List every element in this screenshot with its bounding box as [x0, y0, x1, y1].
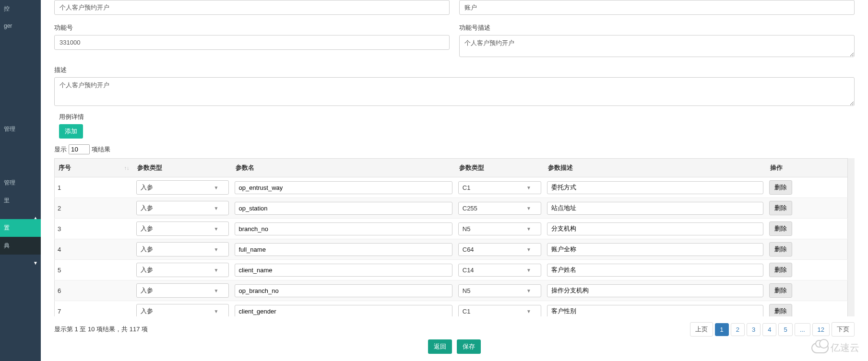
result-info: 显示第 1 至 10 项结果，共 117 项 — [54, 325, 148, 334]
sidebar-item-1[interactable]: ger — [0, 18, 41, 34]
form-col-desc: 描述 — [54, 62, 855, 106]
sidebar-item-3[interactable]: 管理 — [0, 174, 41, 192]
param-name-input[interactable] — [235, 284, 452, 297]
caret-down-icon: ▼ — [214, 247, 219, 252]
caret-down-icon: ▼ — [526, 247, 531, 252]
data-type-select[interactable]: C64▼ — [458, 243, 541, 256]
page-ellipsis[interactable]: ... — [795, 323, 810, 336]
delete-button[interactable]: 删除 — [769, 180, 792, 195]
sidebar-item-collapse[interactable]: ▲ — [0, 210, 41, 219]
page-3-button[interactable]: 3 — [747, 323, 761, 336]
param-desc-input[interactable] — [547, 264, 763, 277]
data-type-select[interactable]: C255▼ — [458, 202, 541, 215]
funcno-input[interactable] — [54, 35, 450, 50]
data-type-select[interactable]: C14▼ — [458, 264, 541, 277]
param-type-select[interactable]: 入参▼ — [136, 242, 229, 256]
caret-down-icon: ▼ — [526, 226, 531, 232]
chevron-down-icon: ▼ — [33, 260, 38, 266]
param-desc-input[interactable] — [547, 243, 763, 256]
th-dtype[interactable]: 参数类型 — [455, 159, 544, 177]
param-type-select[interactable]: 入参▼ — [136, 201, 229, 215]
save-button[interactable]: 保存 — [457, 339, 481, 354]
th-pdesc[interactable]: 参数描述 — [544, 159, 766, 177]
back-button[interactable]: 返回 — [428, 339, 452, 354]
pagination: 上页12345...12下页 — [690, 322, 855, 337]
page-next-button[interactable]: 下页 — [832, 322, 855, 337]
caret-down-icon: ▼ — [214, 185, 219, 190]
param-desc-input[interactable] — [547, 222, 763, 235]
data-type-select[interactable]: N5▼ — [458, 284, 541, 297]
page-2-button[interactable]: 2 — [731, 323, 745, 336]
caret-down-icon: ▼ — [214, 268, 219, 273]
form-row-top — [54, 0, 855, 15]
delete-button[interactable]: 删除 — [769, 221, 792, 236]
th-pname[interactable]: 参数名 — [232, 159, 455, 177]
params-table: 序号↑↓ 参数类型 参数名 参数类型 参数描述 操作 1入参▼C1▼删除2入参▼… — [54, 158, 848, 316]
cell-seq: 1 — [55, 177, 133, 198]
table-row: 2入参▼C255▼删除 — [55, 198, 848, 219]
scrollbar-thumb-top[interactable] — [848, 158, 855, 177]
param-name-input[interactable] — [235, 222, 452, 235]
param-name-input[interactable] — [235, 264, 452, 277]
form-col-funcno: 功能号 — [54, 20, 450, 57]
delete-button[interactable]: 删除 — [769, 201, 792, 215]
sidebar-item-4[interactable]: 里 — [0, 192, 41, 210]
watermark-text: 亿速云 — [831, 341, 859, 354]
delete-button[interactable]: 删除 — [769, 263, 792, 277]
sidebar-item-collapse2[interactable]: ▼ — [0, 255, 41, 264]
form-col-account — [459, 0, 855, 15]
delete-button[interactable]: 删除 — [769, 283, 792, 298]
table-head: 序号↑↓ 参数类型 参数名 参数类型 参数描述 操作 — [55, 159, 848, 177]
param-name-input[interactable] — [235, 202, 452, 215]
param-desc-input[interactable] — [547, 202, 763, 215]
add-button[interactable]: 添加 — [59, 124, 83, 139]
param-type-select[interactable]: 入参▼ — [136, 304, 229, 316]
form-row-desc: 描述 — [54, 62, 855, 106]
usecase-label: 用例详情 — [59, 113, 855, 121]
param-name-input[interactable] — [235, 181, 452, 194]
page-12-button[interactable]: 12 — [812, 323, 830, 336]
funcdesc-textarea[interactable] — [459, 35, 855, 57]
caret-down-icon: ▼ — [526, 288, 531, 293]
th-ops[interactable]: 操作 — [766, 159, 848, 177]
name-input[interactable] — [54, 0, 450, 15]
page-4-button[interactable]: 4 — [762, 323, 776, 336]
table-scroll[interactable]: 序号↑↓ 参数类型 参数名 参数类型 参数描述 操作 1入参▼C1▼删除2入参▼… — [54, 158, 855, 316]
page-prev-button[interactable]: 上页 — [690, 322, 713, 337]
usecase-section: 用例详情 添加 — [54, 113, 855, 139]
account-input[interactable] — [459, 0, 855, 15]
show-label: 显示 — [54, 145, 67, 154]
param-name-input[interactable] — [235, 243, 452, 256]
param-name-input[interactable] — [235, 305, 452, 317]
scrollbar-thumb-bottom[interactable] — [848, 297, 855, 316]
data-type-select[interactable]: C1▼ — [458, 305, 541, 317]
data-type-select[interactable]: C1▼ — [458, 181, 541, 194]
sidebar-item-6[interactable]: 典 — [0, 237, 41, 255]
cell-seq: 7 — [55, 301, 133, 317]
param-type-select[interactable]: 入参▼ — [136, 221, 229, 236]
delete-button[interactable]: 删除 — [769, 304, 792, 316]
sidebar-item-label: ger — [4, 23, 12, 29]
param-desc-input[interactable] — [547, 305, 763, 317]
param-desc-input[interactable] — [547, 181, 763, 194]
th-seq[interactable]: 序号↑↓ — [55, 159, 133, 177]
sidebar: 控 ger 管理 管理 里 ▲ 置 典 ▼ — [0, 0, 41, 361]
th-ptype[interactable]: 参数类型 — [133, 159, 232, 177]
desc-textarea[interactable] — [54, 77, 855, 106]
page-1-button[interactable]: 1 — [715, 323, 729, 336]
table-wrap: 序号↑↓ 参数类型 参数名 参数类型 参数描述 操作 1入参▼C1▼删除2入参▼… — [54, 158, 855, 316]
sidebar-item-0[interactable]: 控 — [0, 0, 41, 18]
page-size-input[interactable] — [69, 144, 90, 154]
param-desc-input[interactable] — [547, 284, 763, 297]
param-type-select[interactable]: 入参▼ — [136, 180, 229, 195]
data-type-select[interactable]: N5▼ — [458, 222, 541, 235]
delete-button[interactable]: 删除 — [769, 242, 792, 256]
caret-down-icon: ▼ — [526, 206, 531, 211]
sidebar-item-5[interactable]: 置 — [0, 219, 41, 237]
page-5-button[interactable]: 5 — [778, 323, 792, 336]
sidebar-item-2[interactable]: 管理 — [0, 120, 41, 138]
param-type-select[interactable]: 入参▼ — [136, 283, 229, 298]
table-row: 7入参▼C1▼删除 — [55, 301, 848, 317]
param-type-select[interactable]: 入参▼ — [136, 263, 229, 277]
table-footer: 显示第 1 至 10 项结果，共 117 项 上页12345...12下页 — [54, 322, 855, 337]
